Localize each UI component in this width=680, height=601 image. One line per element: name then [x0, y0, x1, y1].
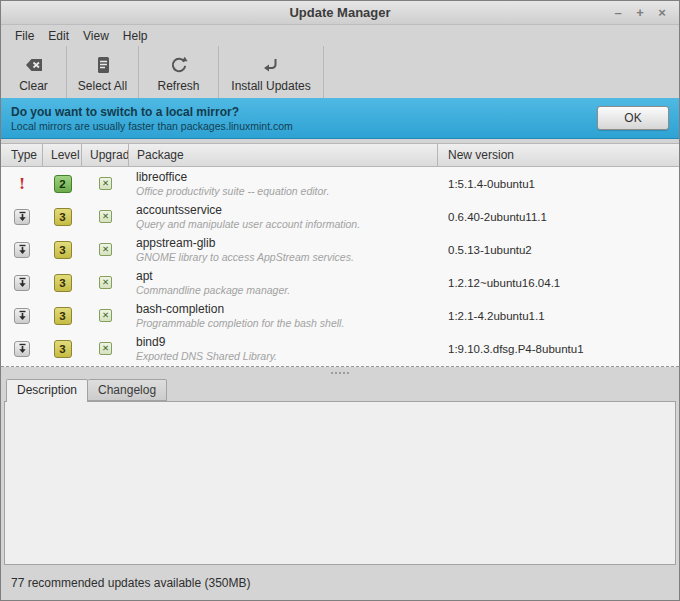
- ok-button[interactable]: OK: [597, 106, 669, 130]
- column-header-type[interactable]: Type: [1, 144, 43, 166]
- detail-tabs: Description Changelog: [1, 378, 679, 402]
- type-cell: !: [1, 175, 43, 193]
- upgrade-checkbox[interactable]: ✕: [99, 177, 112, 190]
- package-description: Programmable completion for the bash she…: [136, 317, 438, 329]
- close-icon[interactable]: ×: [653, 4, 671, 22]
- mirror-infobar: Do you want to switch to a local mirror?…: [1, 98, 679, 139]
- statusbar: 77 recommended updates available (350MB): [1, 565, 679, 600]
- package-name: appstream-glib: [136, 236, 438, 250]
- refresh-icon: [168, 54, 190, 76]
- column-header-upgrade[interactable]: Upgrade: [82, 144, 129, 166]
- level-badge: 3: [54, 241, 72, 259]
- package-description: Exported DNS Shared Library.: [136, 350, 438, 362]
- menu-help[interactable]: Help: [117, 27, 156, 45]
- titlebar: Update Manager – + ×: [1, 1, 679, 25]
- upgrade-checkbox[interactable]: ✕: [99, 210, 112, 223]
- table-header: Type Level Upgrade Package New version: [1, 143, 679, 167]
- select-all-icon: [92, 54, 114, 76]
- security-update-icon: !: [19, 175, 26, 193]
- column-header-package[interactable]: Package: [129, 144, 438, 166]
- package-name: accountsservice: [136, 203, 438, 217]
- type-cell: [1, 242, 43, 258]
- software-update-icon: [14, 341, 30, 357]
- clear-icon: [23, 54, 45, 76]
- package-name: bash-completion: [136, 302, 438, 316]
- minimize-icon[interactable]: –: [609, 4, 627, 22]
- toolbar: Clear Select All Refresh: [1, 46, 679, 98]
- package-name: bind9: [136, 335, 438, 349]
- tab-description[interactable]: Description: [6, 379, 88, 402]
- upgrade-checkbox[interactable]: ✕: [99, 276, 112, 289]
- status-text: 77 recommended updates available (350MB): [11, 576, 250, 590]
- package-description: Office productivity suite -- equation ed…: [136, 185, 438, 197]
- menu-file[interactable]: File: [9, 27, 42, 45]
- level-badge: 2: [54, 175, 72, 193]
- type-cell: [1, 341, 43, 357]
- software-update-icon: [14, 275, 30, 291]
- table-row[interactable]: ! 2 ✕ libreoffice Office productivity su…: [1, 167, 679, 200]
- upgrade-checkbox[interactable]: ✕: [99, 309, 112, 322]
- column-header-new-version[interactable]: New version: [438, 144, 679, 166]
- upgrade-checkbox[interactable]: ✕: [99, 243, 112, 256]
- tab-changelog[interactable]: Changelog: [88, 379, 167, 401]
- maximize-icon[interactable]: +: [631, 4, 649, 22]
- new-version: 1.2.12~ubuntu16.04.1: [438, 277, 679, 289]
- menubar: File Edit View Help: [1, 25, 679, 46]
- splitter-grip-icon: [331, 372, 333, 374]
- menu-view[interactable]: View: [77, 27, 117, 45]
- table-row[interactable]: 3 ✕ appstream-glib GNOME library to acce…: [1, 233, 679, 266]
- updates-table: Type Level Upgrade Package New version !…: [1, 143, 679, 367]
- refresh-button[interactable]: Refresh: [139, 46, 219, 98]
- table-row[interactable]: 3 ✕ bind9 Exported DNS Shared Library. 1…: [1, 332, 679, 365]
- package-name: apt: [136, 269, 438, 283]
- package-description: Commandline package manager.: [136, 284, 438, 296]
- level-badge: 3: [54, 274, 72, 292]
- mirror-subtitle: Local mirrors are usually faster than pa…: [11, 120, 293, 132]
- pane-splitter[interactable]: [1, 367, 679, 378]
- install-updates-button[interactable]: Install Updates: [219, 46, 324, 98]
- clear-button[interactable]: Clear: [1, 46, 67, 98]
- window-controls: – + ×: [609, 4, 679, 22]
- new-version: 1:9.10.3.dfsg.P4-8ubuntu1: [438, 343, 679, 355]
- package-description: Query and manipulate user account inform…: [136, 218, 438, 230]
- window-title: Update Manager: [1, 5, 679, 20]
- table-row[interactable]: 3 ✕ bash-completion Programmable complet…: [1, 299, 679, 332]
- select-all-button-label: Select All: [78, 79, 127, 93]
- software-update-icon: [14, 308, 30, 324]
- clear-button-label: Clear: [19, 79, 48, 93]
- new-version: 1:2.1-4.2ubuntu1.1: [438, 310, 679, 322]
- select-all-button[interactable]: Select All: [67, 46, 139, 98]
- type-cell: [1, 308, 43, 324]
- new-version: 0.6.40-2ubuntu11.1: [438, 211, 679, 223]
- table-body: ! 2 ✕ libreoffice Office productivity su…: [1, 167, 679, 366]
- refresh-button-label: Refresh: [157, 79, 199, 93]
- software-update-icon: [14, 209, 30, 225]
- update-manager-window: Update Manager – + × File Edit View Help…: [0, 0, 680, 601]
- column-header-level[interactable]: Level: [43, 144, 82, 166]
- package-name: libreoffice: [136, 170, 438, 184]
- level-badge: 3: [54, 208, 72, 226]
- menu-edit[interactable]: Edit: [42, 27, 77, 45]
- upgrade-checkbox[interactable]: ✕: [99, 342, 112, 355]
- install-updates-button-label: Install Updates: [231, 79, 310, 93]
- package-description: GNOME library to access AppStream servic…: [136, 251, 438, 263]
- description-panel: [4, 401, 676, 565]
- table-row[interactable]: 3 ✕ accountsservice Query and manipulate…: [1, 200, 679, 233]
- software-update-icon: [14, 242, 30, 258]
- install-updates-icon: [260, 54, 282, 76]
- level-badge: 3: [54, 340, 72, 358]
- type-cell: [1, 275, 43, 291]
- new-version: 0.5.13-1ubuntu2: [438, 244, 679, 256]
- level-badge: 3: [54, 307, 72, 325]
- new-version: 1:5.1.4-0ubuntu1: [438, 178, 679, 190]
- type-cell: [1, 209, 43, 225]
- table-row[interactable]: 3 ✕ apt Commandline package manager. 1.2…: [1, 266, 679, 299]
- mirror-question: Do you want to switch to a local mirror?: [11, 105, 293, 119]
